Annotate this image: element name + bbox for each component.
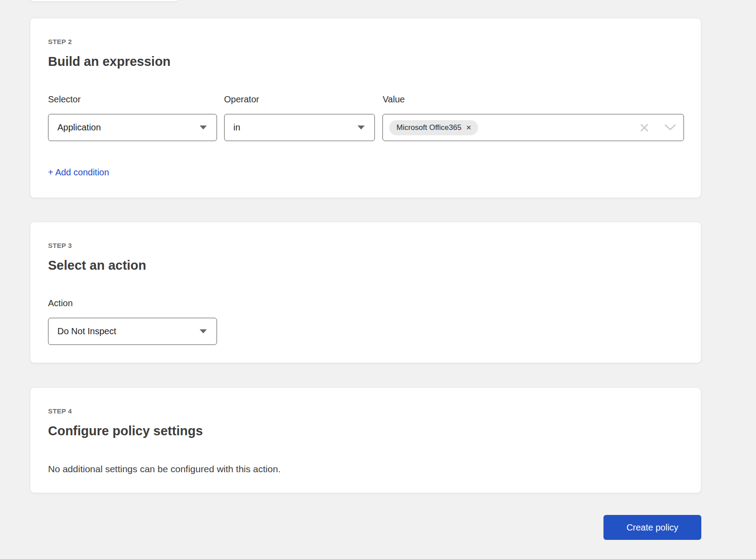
value-tag-text: Microsoft Office365 <box>396 123 461 132</box>
step4-title: Configure policy settings <box>48 424 684 438</box>
value-field: Value Microsoft Office365 ✕ <box>382 95 684 141</box>
step2-title: Build an expression <box>48 54 684 69</box>
selector-dropdown[interactable]: Application <box>48 114 217 141</box>
selector-label: Selector <box>48 95 217 104</box>
step2-card: STEP 2 Build an expression Selector Appl… <box>30 18 701 198</box>
step4-label: STEP 4 <box>48 408 684 415</box>
previous-card-bottom-edge <box>30 0 179 2</box>
operator-dropdown[interactable]: in <box>224 114 375 141</box>
step3-card: STEP 3 Select an action Action Do Not In… <box>30 222 701 363</box>
operator-field: Operator in <box>224 95 375 141</box>
policy-builder-page: STEP 2 Build an expression Selector Appl… <box>0 0 756 559</box>
step3-label: STEP 3 <box>48 242 684 249</box>
action-label: Action <box>48 299 217 308</box>
triangle-down-icon <box>200 329 207 333</box>
no-settings-note: No additional settings can be configured… <box>48 464 684 474</box>
step3-title: Select an action <box>48 258 684 273</box>
step2-label: STEP 2 <box>48 38 684 45</box>
value-field-controls <box>639 123 676 133</box>
value-tag: Microsoft Office365 ✕ <box>389 120 478 135</box>
operator-label: Operator <box>224 95 375 104</box>
clear-all-icon[interactable] <box>639 123 649 133</box>
triangle-down-icon <box>200 126 207 130</box>
expression-row: Selector Application Operator in Value M… <box>48 95 684 141</box>
chevron-down-icon[interactable] <box>664 124 676 131</box>
step4-card: STEP 4 Configure policy settings No addi… <box>30 387 701 493</box>
selector-value: Application <box>57 122 101 133</box>
action-field: Action Do Not Inspect <box>48 299 217 345</box>
value-label: Value <box>382 95 684 104</box>
create-policy-button[interactable]: Create policy <box>603 515 701 540</box>
tag-remove-icon[interactable]: ✕ <box>466 124 472 131</box>
value-multiselect-input[interactable]: Microsoft Office365 ✕ <box>382 114 684 141</box>
add-condition-link[interactable]: + Add condition <box>48 168 109 177</box>
action-dropdown[interactable]: Do Not Inspect <box>48 318 217 345</box>
selector-field: Selector Application <box>48 95 217 141</box>
action-value: Do Not Inspect <box>57 326 116 336</box>
triangle-down-icon <box>358 126 365 130</box>
operator-value: in <box>233 122 241 133</box>
